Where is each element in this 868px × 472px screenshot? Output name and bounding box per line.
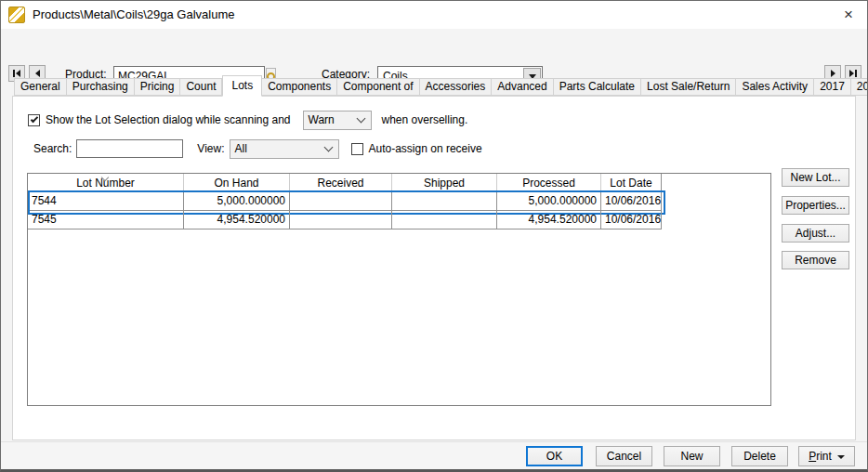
lots-table: Lot Number On Hand Received Shipped Proc… — [27, 173, 771, 406]
new-button[interactable]: New — [664, 446, 720, 466]
tab-pricing[interactable]: Pricing — [135, 78, 181, 96]
ok-button[interactable]: OK — [526, 446, 583, 466]
properties-button[interactable]: Properties... — [782, 196, 849, 215]
view-value: All — [230, 142, 325, 155]
search-label: Search: — [33, 142, 72, 155]
tab-2017[interactable]: 2017 — [814, 78, 851, 96]
auto-assign-label: Auto-assign on receive — [369, 142, 482, 155]
tab-sales-activity[interactable]: Sales Activity — [736, 78, 814, 96]
column-header-lot-number[interactable]: Lot Number — [28, 174, 184, 192]
remove-button[interactable]: Remove — [782, 251, 849, 269]
column-header-shipped[interactable]: Shipped — [392, 174, 497, 192]
lot-selection-label: Show the Lot Selection dialog while scan… — [46, 113, 291, 126]
record-nav-row: Product: Category: Coils — [1, 29, 867, 68]
table-row[interactable]: 7545 4,954.520000 4,954.520000 10/06/201… — [28, 211, 662, 229]
app-icon — [8, 7, 25, 23]
column-header-processed[interactable]: Processed — [497, 174, 601, 192]
check-icon — [30, 115, 37, 123]
oversell-mode-dropdown[interactable]: Warn — [303, 111, 372, 130]
new-lot-button[interactable]: New Lot... — [782, 168, 849, 187]
tab-lost-sale-return[interactable]: Lost Sale/Return — [641, 78, 736, 96]
lots-tab-page: Show the Lot Selection dialog while scan… — [12, 96, 856, 440]
footer-bar: OK Cancel New Delete Print — [1, 441, 867, 469]
window-title: Products\Metal\Coils\29ga Galvalume — [33, 1, 235, 29]
lots-table-header: Lot Number On Hand Received Shipped Proc… — [28, 174, 770, 192]
oversell-mode-value: Warn — [304, 113, 358, 126]
search-row: Search: View: All Auto-assign on receive — [33, 138, 482, 159]
print-button-label: Print — [809, 450, 832, 463]
tab-general[interactable]: General — [14, 78, 67, 96]
table-row[interactable]: 7544 5,000.000000 5,000.000000 10/06/201… — [28, 192, 662, 211]
search-input[interactable] — [76, 139, 183, 158]
tab-accessories[interactable]: Accessories — [420, 78, 493, 96]
print-button[interactable]: Print — [798, 446, 855, 466]
tab-components[interactable]: Components — [262, 78, 337, 96]
tab-2016[interactable]: 2016 — [851, 78, 868, 96]
oversell-suffix-label: when overselling. — [382, 113, 468, 126]
tab-purchasing[interactable]: Purchasing — [67, 78, 135, 96]
oversell-option-row: Show the Lot Selection dialog while scan… — [28, 110, 467, 130]
tab-lots[interactable]: Lots — [222, 75, 262, 97]
column-header-lot-date[interactable]: Lot Date — [601, 174, 662, 192]
tab-strip: General Purchasing Pricing Count Lots Co… — [14, 75, 868, 96]
column-header-on-hand[interactable]: On Hand — [184, 174, 290, 192]
lot-selection-checkbox[interactable] — [28, 114, 40, 126]
close-icon[interactable]: × — [837, 5, 860, 25]
title-bar: Products\Metal\Coils\29ga Galvalume × — [1, 1, 867, 29]
delete-button[interactable]: Delete — [731, 446, 788, 466]
chevron-down-icon — [323, 142, 333, 151]
view-dropdown[interactable]: All — [230, 139, 339, 159]
tab-advanced[interactable]: Advanced — [492, 78, 553, 96]
column-header-received[interactable]: Received — [290, 174, 392, 192]
cancel-button[interactable]: Cancel — [596, 446, 652, 466]
chevron-down-icon — [356, 113, 365, 123]
tab-parts-calculate[interactable]: Parts Calculate — [554, 78, 641, 96]
view-label: View: — [197, 142, 224, 155]
auto-assign-checkbox[interactable] — [351, 143, 363, 155]
chevron-down-icon — [837, 455, 845, 459]
tab-component-of[interactable]: Component of — [337, 78, 419, 96]
adjust-button[interactable]: Adjust... — [782, 224, 849, 243]
product-dialog: Products\Metal\Coils\29ga Galvalume × Pr… — [0, 0, 868, 472]
tab-count[interactable]: Count — [180, 78, 222, 96]
